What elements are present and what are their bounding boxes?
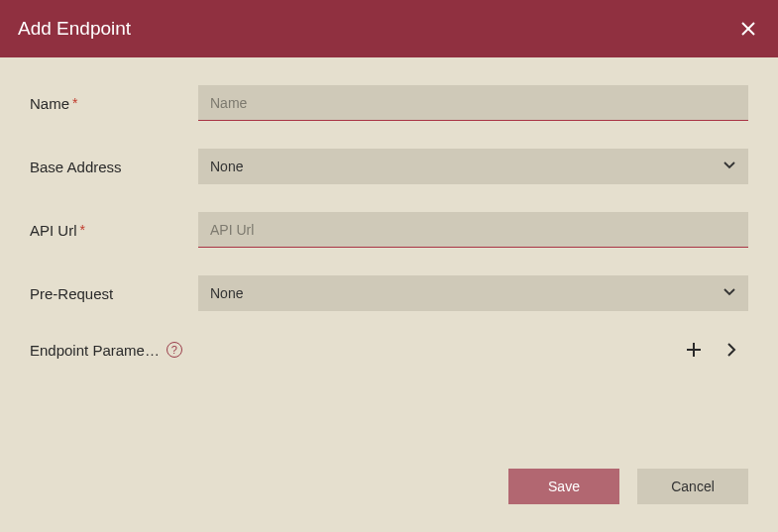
name-label-text: Name [30,95,69,112]
api-url-row: API Url * [30,212,748,248]
pre-request-label: Pre-Request [30,285,198,302]
api-url-label-text: API Url [30,222,77,239]
api-url-label: API Url * [30,222,198,239]
base-address-row: Base Address None [30,149,748,184]
add-endpoint-dialog: Add Endpoint Name * Base Address [0,0,778,532]
close-button[interactable] [736,17,760,41]
pre-request-selected: None [210,285,243,301]
endpoint-parameters-label-text: Endpoint Parame… [30,342,160,359]
base-address-select[interactable]: None [198,149,748,184]
save-button[interactable]: Save [508,469,619,504]
endpoint-parameters-row: Endpoint Parame… ? [30,339,748,361]
required-asterisk: * [80,222,85,238]
endpoint-parameters-label: Endpoint Parame… ? [30,342,198,359]
cancel-button[interactable]: Cancel [637,469,748,504]
add-parameter-button[interactable] [683,339,705,361]
name-label: Name * [30,95,198,112]
name-input[interactable] [198,85,748,121]
pre-request-label-text: Pre-Request [30,285,113,302]
base-address-field: None [198,149,748,184]
base-address-label: Base Address [30,159,198,175]
pre-request-row: Pre-Request None [30,275,748,311]
pre-request-field: None [198,275,748,311]
base-address-label-text: Base Address [30,159,122,175]
required-asterisk: * [72,95,77,111]
close-icon [740,21,756,37]
base-address-selected: None [210,159,243,174]
pre-request-select[interactable]: None [198,275,748,311]
plus-icon [685,341,703,359]
name-field [198,85,748,121]
dialog-title: Add Endpoint [18,18,131,40]
help-icon[interactable]: ? [167,342,182,358]
chevron-right-icon [722,341,740,359]
api-url-field [198,212,748,248]
dialog-body: Name * Base Address None [0,57,778,469]
name-row: Name * [30,85,748,121]
expand-parameters-button[interactable] [721,339,742,361]
api-url-input[interactable] [198,212,748,248]
dialog-header: Add Endpoint [0,0,778,57]
dialog-footer: Save Cancel [0,469,778,532]
endpoint-parameters-actions [198,339,748,361]
